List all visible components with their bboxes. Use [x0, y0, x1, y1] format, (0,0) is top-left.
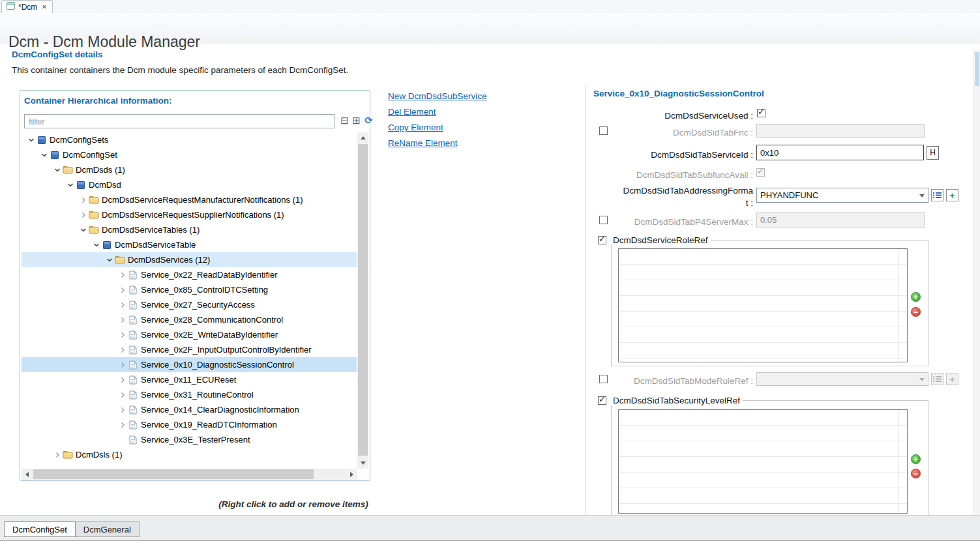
close-icon[interactable]	[40, 3, 48, 10]
tree-item[interactable]: DcmConfigSet	[22, 147, 357, 162]
del-element-link[interactable]: Del Element	[388, 107, 487, 117]
tree-item[interactable]: Service_0x85_ControlDTCSetting	[22, 282, 357, 297]
mode-rule-add-button: +	[946, 373, 958, 385]
scroll-up-button[interactable]	[357, 132, 368, 143]
expand-arrow-icon[interactable]	[118, 372, 127, 387]
add-role-ref-button[interactable]	[911, 292, 921, 302]
expand-arrow-icon[interactable]	[79, 207, 88, 222]
page-scrollbar-thumb[interactable]	[975, 52, 979, 86]
tree-item[interactable]: DcmDsdServiceRequestSupplierNotification…	[22, 207, 357, 222]
tab-dcmconfigset[interactable]: DcmConfigSet	[4, 521, 76, 537]
tree-item[interactable]: Service_0x11_ECUReset	[22, 372, 357, 387]
tree-item[interactable]: DcmDsdServices (12)	[22, 252, 357, 267]
tree-item[interactable]: Service_0x2E_WriteDataByIdentifier	[22, 327, 357, 342]
doc-icon	[127, 327, 139, 342]
addressing-format-dropdown[interactable]: PHYANDFUNC	[756, 188, 928, 203]
new-subservice-link[interactable]: New DcmDsdSubService	[388, 91, 487, 101]
p4servermax-enable-checkbox[interactable]	[599, 216, 608, 224]
service-used-checkbox[interactable]	[757, 109, 765, 117]
expand-arrow-icon[interactable]	[53, 447, 62, 462]
scroll-right-button[interactable]	[346, 469, 357, 480]
expand-arrow-icon[interactable]	[79, 192, 88, 207]
add-security-ref-button[interactable]	[911, 454, 921, 464]
folder-icon	[88, 192, 100, 207]
tree-item-label: Service_0x19_ReadDTCInformation	[141, 420, 277, 430]
choice-list-button[interactable]	[931, 189, 943, 201]
collapse-arrow-icon[interactable]	[105, 252, 114, 267]
sidtabfnc-enable-checkbox[interactable]	[599, 126, 608, 135]
sidtabfnc-input	[756, 124, 925, 138]
tree-item[interactable]: DcmDsdServiceRequestManufacturerNotifica…	[22, 192, 357, 207]
expand-arrow-icon[interactable]	[118, 327, 127, 342]
collapse-all-icon[interactable]: ⊟	[339, 114, 350, 126]
scroll-left-button[interactable]	[22, 469, 33, 480]
tree-item-label: Service_0x85_ControlDTCSetting	[141, 285, 268, 295]
tree-item[interactable]: Service_0x2F_InputOutputControlByIdentif…	[22, 342, 357, 357]
p4servermax-label: DcmDsdSidTabP4ServerMax :	[613, 216, 753, 228]
tree-item[interactable]: Service_0x22_ReadDataByIdentifier	[22, 267, 357, 282]
security-level-ref-checkbox[interactable]	[598, 396, 606, 405]
tree-item[interactable]: DcmDsds (1)	[22, 162, 357, 177]
remove-role-ref-button[interactable]	[911, 307, 921, 317]
scroll-down-button[interactable]	[357, 458, 368, 469]
collapse-arrow-icon[interactable]	[53, 162, 62, 177]
tree-item-label: Service_0x2F_InputOutputControlByIdentif…	[141, 345, 312, 355]
service-role-ref-checkbox[interactable]	[598, 236, 606, 244]
expand-arrow-icon[interactable]	[118, 402, 127, 417]
collapse-arrow-icon[interactable]	[66, 177, 75, 192]
collapse-arrow-icon[interactable]	[79, 222, 88, 237]
expand-arrow-icon[interactable]	[118, 387, 127, 402]
security-level-ref-list[interactable]	[618, 409, 908, 514]
service-role-ref-list[interactable]	[618, 248, 908, 362]
tree-hint: (Right click to add or remove items)	[189, 499, 398, 509]
expand-arrow-icon[interactable]	[118, 357, 127, 372]
tree-hscroll-thumb[interactable]	[33, 469, 314, 479]
editor-tab-dcm[interactable]: *Dcm	[1, 0, 53, 13]
tree-item[interactable]: DcmDsdServiceTables (1)	[22, 222, 357, 237]
filter-input[interactable]	[24, 114, 334, 128]
tree-item[interactable]: Service_0x27_SecurityAccess	[22, 297, 357, 312]
tree-item[interactable]: Service_0x19_ReadDTCInformation	[22, 417, 357, 432]
expand-arrow-icon[interactable]	[118, 267, 127, 282]
tree-item[interactable]: Service_0x31_RoutineControl	[22, 387, 357, 402]
copy-element-link[interactable]: Copy Element	[388, 123, 487, 132]
folder-icon	[114, 252, 126, 267]
expand-arrow-icon[interactable]	[118, 417, 127, 432]
tree-item[interactable]: Service_0x14_ClearDiagnosticInformation	[22, 402, 357, 417]
collapse-arrow-icon[interactable]	[40, 147, 49, 162]
tree-panel-title: Container Hierarchical information:	[24, 96, 172, 106]
page-title: Dcm - Dcm Module Manager	[8, 33, 200, 51]
chevron-down-icon	[919, 378, 925, 381]
tree-item[interactable]: Service_0x3E_TesterPresent	[22, 432, 357, 447]
module-icon	[75, 177, 87, 192]
tree-item[interactable]: Service_0x10_DiagnosticSessionControl	[22, 357, 357, 372]
tree-item[interactable]: Service_0x28_CommunicationControl	[22, 312, 357, 327]
doc-icon	[127, 402, 139, 417]
tree-item[interactable]: DcmDsd	[22, 177, 357, 192]
tree-vertical-scrollbar	[357, 132, 368, 469]
expand-all-icon[interactable]: ⊞	[351, 114, 362, 126]
collapse-arrow-icon[interactable]	[92, 237, 101, 252]
service-id-input[interactable]	[756, 145, 924, 160]
tree-item[interactable]: DcmDsdServiceTable	[22, 237, 357, 252]
expand-arrow-icon[interactable]	[118, 282, 127, 297]
tree-vscroll-thumb[interactable]	[358, 144, 368, 456]
tree-item[interactable]: DcmConfigSets	[22, 132, 357, 147]
expand-arrow-icon[interactable]	[118, 297, 127, 312]
tab-dcmgeneral[interactable]: DcmGeneral	[76, 521, 140, 537]
section-description: This container containers the Dcm module…	[12, 65, 348, 75]
element-actions: New DcmDsdSubService Del Element Copy El…	[388, 91, 487, 154]
hex-toggle-button[interactable]: H	[927, 146, 939, 160]
tree-item[interactable]: DcmDsls (1)	[22, 447, 357, 462]
expand-arrow-icon[interactable]	[118, 312, 127, 327]
refresh-icon[interactable]: ⟳	[363, 114, 374, 126]
remove-security-ref-button[interactable]	[911, 469, 921, 478]
expand-arrow-icon[interactable]	[118, 342, 127, 357]
mode-rule-ref-enable-checkbox[interactable]	[599, 375, 608, 383]
add-choice-button[interactable]: +	[946, 189, 958, 201]
chevron-down-icon	[919, 194, 925, 197]
rename-element-link[interactable]: ReName Element	[388, 138, 487, 148]
collapse-arrow-icon[interactable]	[27, 132, 36, 147]
tree-horizontal-scrollbar	[22, 469, 357, 480]
list-icon	[933, 192, 942, 199]
